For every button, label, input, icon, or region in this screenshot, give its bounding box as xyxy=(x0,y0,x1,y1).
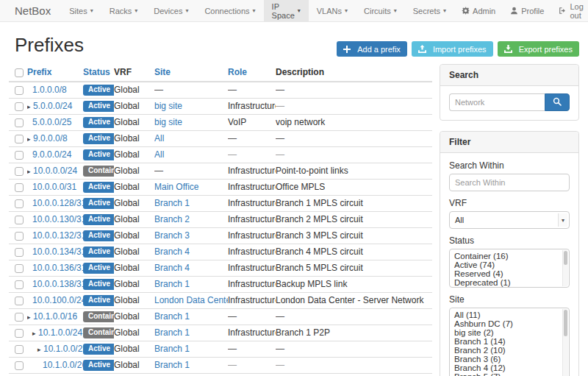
nav-item-circuits[interactable]: Circuits▾ xyxy=(356,0,405,21)
nav-item-profile[interactable]: Profile xyxy=(503,0,551,21)
scrollbar[interactable] xyxy=(562,250,568,286)
site-option[interactable]: Branch 1 (14) xyxy=(454,337,569,346)
site-link[interactable]: big site xyxy=(154,117,182,127)
row-checkbox[interactable] xyxy=(15,86,24,95)
row-checkbox[interactable] xyxy=(15,118,24,127)
prefix-link[interactable]: 10.0.100.0/24 xyxy=(32,295,83,305)
prefix-link[interactable]: 10.0.0.138/31 xyxy=(32,279,83,289)
search-input[interactable] xyxy=(449,93,545,111)
site-option[interactable]: Branch 5 (7) xyxy=(454,372,569,376)
site-link[interactable]: Branch 1 xyxy=(154,311,190,322)
row-checkbox[interactable] xyxy=(15,248,24,257)
nav-item-vlans[interactable]: VLANs▾ xyxy=(309,0,356,21)
row-checkbox[interactable] xyxy=(15,297,24,305)
prefix-link[interactable]: 10.0.0.130/31 xyxy=(32,214,83,224)
status-listbox[interactable]: Container (16)Active (74)Reserved (4)Dep… xyxy=(449,249,570,288)
site-link[interactable]: Branch 1 xyxy=(154,344,190,354)
site-link[interactable]: Main Office xyxy=(154,182,198,192)
prefix-link[interactable]: 10.0.0.136/31 xyxy=(32,263,83,273)
row-checkbox[interactable] xyxy=(15,183,24,192)
site-option[interactable]: Branch 2 (10) xyxy=(454,346,569,355)
site-option[interactable]: Ashburn DC (7) xyxy=(454,319,569,328)
prefix-link[interactable]: 10.0.0.134/31 xyxy=(32,246,83,257)
site-listbox[interactable]: All (11)Ashburn DC (7)big site (2)Branch… xyxy=(449,308,570,376)
expand-children-icon[interactable]: ▸ xyxy=(27,313,33,321)
site-link[interactable]: big site xyxy=(154,101,182,111)
status-option[interactable]: Reserved (4) xyxy=(454,269,569,278)
site-link[interactable]: All xyxy=(154,133,164,143)
search-button[interactable] xyxy=(545,93,570,111)
site-option[interactable]: All (11) xyxy=(454,311,569,319)
scrollbar-thumb[interactable] xyxy=(564,251,567,265)
expand-children-icon[interactable]: ▸ xyxy=(32,330,38,337)
prefix-link[interactable]: 10.0.0.0/24 xyxy=(33,166,77,176)
prefix-link[interactable]: 5.0.0.0/24 xyxy=(33,101,72,111)
prefix-link[interactable]: 9.0.0.0/8 xyxy=(33,133,68,143)
site-option[interactable]: Branch 4 (12) xyxy=(454,363,569,372)
site-link[interactable]: Branch 1 xyxy=(154,360,190,370)
site-option[interactable]: Branch 3 (6) xyxy=(454,355,569,363)
row-checkbox[interactable] xyxy=(15,329,24,338)
expand-children-icon[interactable]: ▸ xyxy=(27,135,33,143)
column-header-role[interactable]: Role xyxy=(228,64,276,82)
prefix-link[interactable]: 1.0.0.0/8 xyxy=(32,85,67,95)
status-option[interactable]: Active (74) xyxy=(454,260,569,269)
site-link[interactable]: Branch 3 xyxy=(154,230,190,241)
site-link[interactable]: Branch 2 xyxy=(154,214,190,224)
scrollbar[interactable] xyxy=(562,309,568,376)
nav-item-ip-space[interactable]: IP Space▾ xyxy=(264,0,309,21)
status-option[interactable]: Deprecated (1) xyxy=(454,278,569,287)
nav-item-log-out[interactable]: Log out xyxy=(551,0,588,21)
row-checkbox[interactable] xyxy=(15,199,24,208)
site-link[interactable]: Branch 1 xyxy=(154,198,190,208)
expand-children-icon[interactable]: ▸ xyxy=(27,103,33,110)
prefix-link[interactable]: 5.0.0.0/25 xyxy=(32,117,71,127)
row-checkbox[interactable] xyxy=(15,151,24,160)
site-link[interactable]: Branch 4 xyxy=(154,263,190,273)
nav-item-secrets[interactable]: Secrets▾ xyxy=(405,0,454,21)
nav-item-sites[interactable]: Sites▾ xyxy=(61,0,101,21)
prefix-link[interactable]: 10.1.0.0/16 xyxy=(33,311,77,322)
row-checkbox[interactable] xyxy=(15,135,24,143)
nav-item-connections[interactable]: Connections▾ xyxy=(196,0,263,21)
prefix-link[interactable]: 10.1.0.0/24 xyxy=(38,327,82,338)
nav-item-devices[interactable]: Devices▾ xyxy=(146,0,196,21)
nav-item-racks[interactable]: Racks▾ xyxy=(101,0,146,21)
row-checkbox[interactable] xyxy=(15,345,24,354)
row-checkbox[interactable] xyxy=(15,102,24,111)
app-brand[interactable]: NetBox xyxy=(0,0,61,21)
row-checkbox[interactable] xyxy=(15,361,24,370)
site-link[interactable]: Branch 1 xyxy=(154,327,190,338)
add-a-prefix-button[interactable]: Add a prefix xyxy=(337,41,407,57)
expand-children-icon[interactable]: ▸ xyxy=(37,346,43,353)
prefix-link[interactable]: 10.0.0.132/31 xyxy=(32,230,83,241)
vrf-select[interactable]: All▾ xyxy=(449,211,570,229)
prefix-link[interactable]: 9.0.0.0/24 xyxy=(32,149,71,160)
scrollbar-thumb[interactable] xyxy=(564,310,567,336)
prefix-link[interactable]: 10.1.0.0/26 xyxy=(43,360,83,370)
search-within-input[interactable] xyxy=(449,174,570,191)
column-header-prefix[interactable]: Prefix xyxy=(27,64,83,82)
column-header-status[interactable]: Status xyxy=(83,64,114,82)
row-checkbox[interactable] xyxy=(15,232,24,241)
row-checkbox[interactable] xyxy=(15,264,24,273)
row-checkbox[interactable] xyxy=(15,280,24,289)
import-prefixes-button[interactable]: Import prefixes xyxy=(412,41,493,57)
prefix-link[interactable]: 10.0.0.128/31 xyxy=(32,198,83,208)
row-checkbox[interactable] xyxy=(15,216,24,224)
prefix-link[interactable]: 10.1.0.0/25 xyxy=(43,344,83,354)
site-link[interactable]: London Data Center xyxy=(154,295,228,305)
site-link[interactable]: Branch 4 xyxy=(154,246,190,257)
row-checkbox[interactable] xyxy=(15,167,24,176)
row-checkbox[interactable] xyxy=(15,313,24,322)
site-option[interactable]: big site (2) xyxy=(454,328,569,337)
site-link[interactable]: Branch 1 xyxy=(154,279,190,289)
column-header-site[interactable]: Site xyxy=(154,64,228,82)
export-prefixes-button[interactable]: Export prefixes xyxy=(498,41,579,57)
expand-children-icon[interactable]: ▸ xyxy=(27,168,33,175)
toggle-all-checkbox[interactable] xyxy=(15,68,24,77)
nav-item-admin[interactable]: Admin xyxy=(454,0,503,21)
site-link[interactable]: All xyxy=(154,149,164,160)
prefix-link[interactable]: 10.0.0.0/31 xyxy=(32,182,76,192)
status-option[interactable]: Container (16) xyxy=(454,252,569,260)
